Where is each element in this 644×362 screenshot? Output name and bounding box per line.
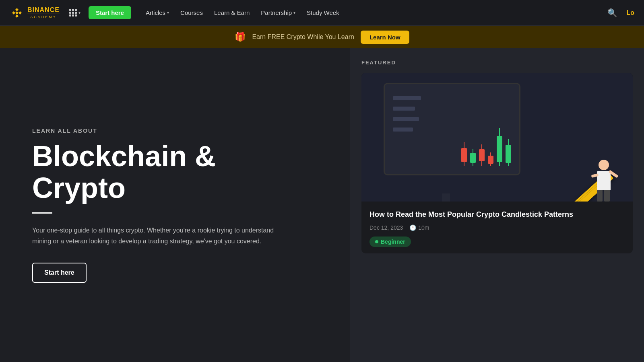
candle-4 xyxy=(488,152,493,166)
card-date: Dec 12, 2023 xyxy=(369,224,403,231)
hero-section: LEARN ALL ABOUT Blockchain & Crypto Your… xyxy=(0,48,350,362)
hero-eyebrow: LEARN ALL ABOUT xyxy=(32,128,318,134)
logo[interactable]: BINANCE ACADEMY xyxy=(10,6,60,20)
featured-label: FEATURED xyxy=(361,60,633,66)
navbar: BINANCE ACADEMY ▾ Start here Articles ▾ … xyxy=(0,0,644,26)
search-icon: 🔍 xyxy=(607,8,617,17)
candle-3 xyxy=(479,144,485,166)
promo-banner: 🎁 Earn FREE Crypto While You Learn Learn… xyxy=(0,26,644,48)
candle-6 xyxy=(506,139,511,166)
card-title: How to Read the Most Popular Crypto Cand… xyxy=(369,210,625,220)
hero-divider xyxy=(32,212,52,214)
card-image xyxy=(361,73,633,202)
logo-name: BINANCE xyxy=(27,6,60,14)
monitor-stand xyxy=(442,193,450,202)
candle-5 xyxy=(497,128,502,166)
person-figure xyxy=(597,160,611,202)
nav-link-study-week[interactable]: Study Week xyxy=(302,6,344,19)
card-read-time: 🕐 10m xyxy=(409,224,429,231)
featured-card[interactable]: How to Read the Most Popular Crypto Cand… xyxy=(361,73,633,253)
card-info: How to Read the Most Popular Crypto Cand… xyxy=(361,202,633,253)
candle-2 xyxy=(470,149,476,166)
nav-right: 🔍 Lo xyxy=(605,6,634,20)
nav-link-partnership[interactable]: Partnership ▾ xyxy=(256,6,300,19)
candlestick-chart xyxy=(461,128,511,166)
difficulty-badge: Beginner xyxy=(369,237,411,247)
chart-screen xyxy=(384,83,520,175)
banner-text: Earn FREE Crypto While You Learn xyxy=(252,33,354,41)
candle-1 xyxy=(461,142,467,166)
nav-start-here-button[interactable]: Start here xyxy=(89,6,131,19)
learn-now-button[interactable]: Learn Now xyxy=(361,31,409,44)
nav-link-courses[interactable]: Courses xyxy=(175,6,208,19)
partnership-chevron-icon: ▾ xyxy=(293,10,295,15)
hero-title: Blockchain & Crypto xyxy=(32,140,318,204)
featured-panel: FEATURED xyxy=(350,48,644,362)
nav-links: Articles ▾ Courses Learn & Earn Partners… xyxy=(141,6,605,19)
articles-chevron-icon: ▾ xyxy=(167,10,169,15)
apps-grid-button[interactable]: ▾ xyxy=(68,6,82,19)
hero-start-here-button[interactable]: Start here xyxy=(32,263,87,283)
badge-dot-icon xyxy=(375,240,378,243)
chart-text-lines xyxy=(393,96,421,132)
nav-link-articles[interactable]: Articles ▾ xyxy=(141,6,174,19)
nav-link-learn-earn[interactable]: Learn & Earn xyxy=(209,6,254,19)
main-content: LEARN ALL ABOUT Blockchain & Crypto Your… xyxy=(0,48,644,362)
logo-sub: ACADEMY xyxy=(27,14,60,19)
hero-description: Your one-stop guide to all things crypto… xyxy=(32,225,282,247)
login-link[interactable]: Lo xyxy=(626,9,634,16)
grid-icon xyxy=(69,9,77,16)
gift-icon: 🎁 xyxy=(235,32,246,42)
search-button[interactable]: 🔍 xyxy=(605,6,620,20)
card-meta: Dec 12, 2023 🕐 10m xyxy=(369,224,625,231)
clock-icon: 🕐 xyxy=(409,224,416,231)
grid-chevron: ▾ xyxy=(78,10,80,15)
